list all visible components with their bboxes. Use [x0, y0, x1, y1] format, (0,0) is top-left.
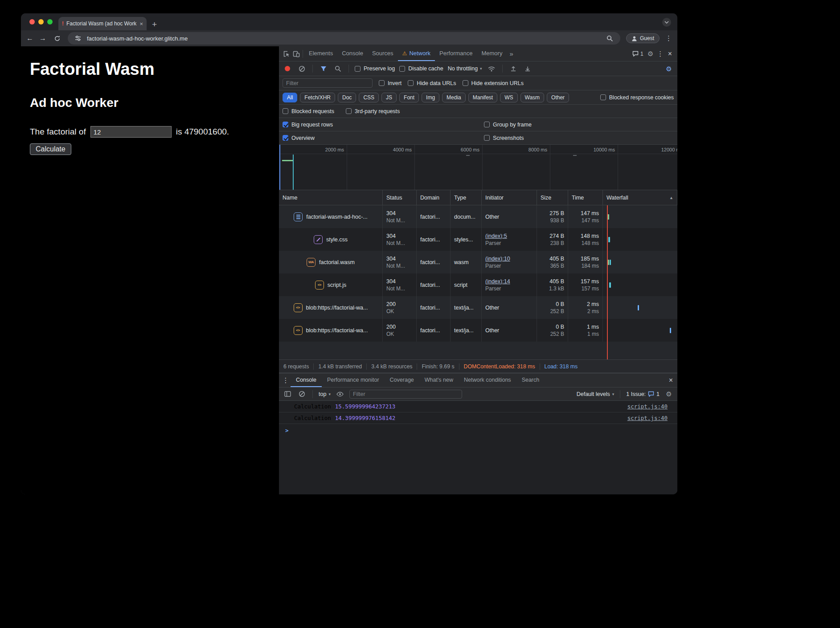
minimize-window-button[interactable]: [38, 19, 44, 24]
request-row[interactable]: WAfactorial.wasm304Not M...factori...was…: [279, 251, 677, 273]
issues-counter[interactable]: 1: [630, 51, 646, 57]
filter-chip-wasm[interactable]: Wasm: [520, 93, 545, 102]
profile-chip[interactable]: Guest: [626, 33, 660, 43]
group-by-frame-checkbox[interactable]: Group by frame: [484, 122, 674, 128]
devtools-settings-icon[interactable]: ⚙: [646, 49, 656, 59]
disable-cache-checkbox[interactable]: Disable cache: [399, 65, 443, 72]
message-source-link[interactable]: script.js:40: [627, 403, 668, 410]
browser-menu-icon[interactable]: ⋮: [665, 34, 672, 42]
drawer-close-icon[interactable]: ×: [666, 377, 676, 384]
drawer-tab-network-conditions[interactable]: Network conditions: [459, 373, 516, 387]
request-row[interactable]: style.css304Not M...factori...styles...(…: [279, 228, 677, 251]
devtools-tab-console[interactable]: Console: [337, 46, 368, 61]
initiator-link[interactable]: (index):10: [485, 256, 533, 262]
device-toolbar-icon[interactable]: [291, 49, 301, 59]
network-settings-icon[interactable]: ⚙: [664, 64, 674, 73]
network-filter-input[interactable]: [283, 78, 373, 88]
clear-network-log-icon[interactable]: [297, 64, 307, 73]
export-har-icon[interactable]: [523, 64, 533, 73]
console-filter-input[interactable]: [349, 390, 462, 399]
request-row[interactable]: <>script.js304Not M...factori...script(i…: [279, 273, 677, 296]
forward-icon[interactable]: →: [39, 35, 46, 42]
invert-checkbox[interactable]: Invert: [379, 80, 402, 86]
devtools-tab-performance[interactable]: Performance: [435, 46, 477, 61]
inspect-element-icon[interactable]: [282, 49, 291, 59]
browser-tab[interactable]: ! Factorial Wasm (ad hoc Work ×: [58, 17, 147, 30]
initiator-link[interactable]: (index):14: [485, 278, 533, 285]
import-har-icon[interactable]: [508, 64, 518, 73]
preserve-log-checkbox[interactable]: Preserve log: [355, 65, 395, 72]
hide-extension-urls-checkbox[interactable]: Hide extension URLs: [463, 80, 524, 86]
column-header-time[interactable]: Time: [568, 190, 603, 205]
column-header-size[interactable]: Size: [537, 190, 568, 205]
blocked-requests-checkbox[interactable]: Blocked requests: [283, 108, 334, 114]
search-icon[interactable]: [333, 64, 343, 73]
eye-icon[interactable]: [335, 389, 345, 399]
omnibox[interactable]: factorial-wasm-ad-hoc-worker.glitch.me: [68, 32, 620, 45]
devtools-tab-elements[interactable]: Elements: [304, 46, 337, 61]
drawer-menu-icon[interactable]: ⋮: [281, 375, 291, 385]
filter-chip-fetch-xhr[interactable]: Fetch/XHR: [300, 93, 335, 102]
big-request-rows-checkbox[interactable]: Big request rows: [283, 122, 484, 128]
filter-chip-js[interactable]: JS: [381, 93, 397, 102]
tab-close-icon[interactable]: ×: [139, 20, 143, 27]
url-text[interactable]: factorial-wasm-ad-hoc-worker.glitch.me: [87, 35, 601, 42]
devtools-tab-sources[interactable]: Sources: [368, 46, 398, 61]
new-tab-button[interactable]: +: [152, 20, 157, 29]
filter-chip-doc[interactable]: Doc: [338, 93, 356, 102]
filter-chip-all[interactable]: All: [283, 93, 297, 102]
overview-checkbox[interactable]: Overview: [283, 135, 484, 141]
tab-search-button[interactable]: [662, 18, 671, 27]
factorial-input[interactable]: [90, 126, 172, 138]
console-prompt[interactable]: >: [279, 424, 677, 434]
request-row[interactable]: factorial-wasm-ad-hoc-...304Not M...fact…: [279, 205, 677, 228]
column-header-domain[interactable]: Domain: [417, 190, 451, 205]
close-window-button[interactable]: [29, 19, 35, 24]
back-icon[interactable]: ←: [26, 35, 33, 42]
fullscreen-window-button[interactable]: [47, 19, 53, 24]
log-levels-select[interactable]: Default levels ▾: [577, 391, 615, 397]
hide-data-urls-checkbox[interactable]: Hide data URLs: [408, 80, 456, 86]
filter-chip-font[interactable]: Font: [399, 93, 419, 102]
console-sidebar-icon[interactable]: [283, 389, 292, 399]
column-header-status[interactable]: Status: [383, 190, 417, 205]
filter-chip-manifest[interactable]: Manifest: [468, 93, 497, 102]
message-source-link[interactable]: script.js:40: [627, 415, 668, 421]
drawer-tab-what-s-new[interactable]: What's new: [419, 373, 459, 387]
filter-icon[interactable]: [319, 64, 328, 73]
clear-console-icon[interactable]: [297, 389, 307, 399]
devtools-close-icon[interactable]: ×: [665, 50, 675, 57]
network-conditions-icon[interactable]: [487, 64, 496, 73]
drawer-tab-console[interactable]: Console: [291, 373, 322, 387]
request-row[interactable]: <>blob:https://factorial-wa...200OKfacto…: [279, 296, 677, 319]
devtools-tab-network[interactable]: ⚠Network: [398, 46, 435, 61]
site-settings-icon[interactable]: [73, 33, 83, 43]
record-network-log-icon[interactable]: [283, 64, 292, 73]
column-header-name[interactable]: Name: [279, 190, 383, 205]
console-settings-icon[interactable]: ⚙: [664, 389, 674, 399]
drawer-tab-search[interactable]: Search: [516, 373, 545, 387]
devtools-menu-icon[interactable]: ⋮: [656, 49, 665, 59]
filter-chip-ws[interactable]: WS: [500, 93, 517, 102]
request-row[interactable]: <>blob:https://factorial-wa...200OKfacto…: [279, 319, 677, 342]
filter-chip-other[interactable]: Other: [547, 93, 569, 102]
filter-chip-media[interactable]: Media: [442, 93, 466, 102]
reload-icon[interactable]: [52, 33, 62, 43]
screenshots-checkbox[interactable]: Screenshots: [484, 135, 674, 141]
calculate-button[interactable]: Calculate: [30, 143, 71, 155]
column-header-waterfall[interactable]: Waterfall▲: [603, 190, 677, 205]
zoom-icon[interactable]: [605, 33, 615, 43]
drawer-tab-performance-monitor[interactable]: Performance monitor: [322, 373, 385, 387]
network-overview[interactable]: 2000 ms4000 ms6000 ms8000 ms10000 ms1200…: [279, 145, 677, 190]
devtools-tab-memory[interactable]: Memory: [477, 46, 507, 61]
context-selector[interactable]: top ▾: [319, 391, 331, 397]
drawer-tab-coverage[interactable]: Coverage: [385, 373, 419, 387]
column-header-initiator[interactable]: Initiator: [482, 190, 537, 205]
filter-chip-css[interactable]: CSS: [359, 93, 379, 102]
throttling-select[interactable]: No throttling ▾: [448, 65, 482, 72]
column-header-type[interactable]: Type: [451, 190, 482, 205]
drawer-issues[interactable]: 1 Issue: 1: [626, 391, 660, 397]
initiator-link[interactable]: (index):5: [485, 233, 533, 239]
blocked-response-cookies-checkbox[interactable]: Blocked response cookies: [600, 94, 674, 101]
more-tabs-icon[interactable]: »: [507, 50, 516, 57]
